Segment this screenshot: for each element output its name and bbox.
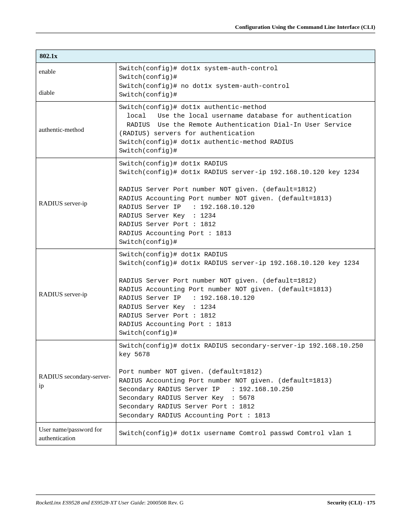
- row-label-cell: RADIUS server-ip: [36, 158, 116, 249]
- row-label-cell: User name/password for authentication: [36, 422, 116, 445]
- table-row: enablediableSwitch(config)# dot1x system…: [36, 63, 375, 102]
- row-label-cell: RADIUS secondary-server-ip: [36, 340, 116, 422]
- row-label: User name/password for authentication: [39, 424, 113, 444]
- page-footer: RocketLinx ES9528 and ES9528-XT User Gui…: [36, 495, 375, 506]
- row-code-cell: Switch(config)# dot1x authentic-method l…: [116, 102, 375, 158]
- table-row: RADIUS secondary-server-ipSwitch(config)…: [36, 340, 375, 422]
- row-code-cell: Switch(config)# dot1x RADIUS secondary-s…: [116, 340, 375, 422]
- row-label: diable: [39, 87, 113, 98]
- table-row: User name/password for authenticationSwi…: [36, 422, 375, 445]
- footer-right: Security (CLI) - 175: [327, 499, 375, 506]
- row-label-cell: authentic-method: [36, 102, 116, 158]
- row-code-cell: Switch(config)# dot1x system-auth-contro…: [116, 63, 375, 102]
- row-code-cell: Switch(config)# dot1x RADIUS Switch(conf…: [116, 158, 375, 249]
- row-code-cell: Switch(config)# dot1x username Comtrol p…: [116, 422, 375, 445]
- guide-rev: : 2000508 Rev. G: [144, 499, 184, 506]
- row-label: RADIUS server-ip: [39, 289, 113, 299]
- guide-title: RocketLinx ES9528 and ES9528-XT User Gui…: [36, 499, 144, 506]
- row-label: authentic-method: [39, 124, 113, 135]
- row-label: RADIUS secondary-server-ip: [39, 371, 113, 391]
- row-label: RADIUS server-ip: [39, 198, 113, 208]
- row-label-cell: enablediable: [36, 63, 116, 102]
- row-code-cell: Switch(config)# dot1x RADIUS Switch(conf…: [116, 249, 375, 340]
- table-title: 802.1x: [36, 50, 375, 63]
- table-row: authentic-methodSwitch(config)# dot1x au…: [36, 102, 375, 158]
- running-header: Configuration Using the Command Line Int…: [36, 24, 375, 33]
- table-row: RADIUS server-ipSwitch(config)# dot1x RA…: [36, 158, 375, 249]
- config-table: 802.1x enablediableSwitch(config)# dot1x…: [36, 50, 375, 445]
- row-label: enable: [39, 66, 113, 77]
- table-row: RADIUS server-ipSwitch(config)# dot1x RA…: [36, 249, 375, 340]
- row-label-cell: RADIUS server-ip: [36, 249, 116, 340]
- footer-left: RocketLinx ES9528 and ES9528-XT User Gui…: [36, 499, 184, 506]
